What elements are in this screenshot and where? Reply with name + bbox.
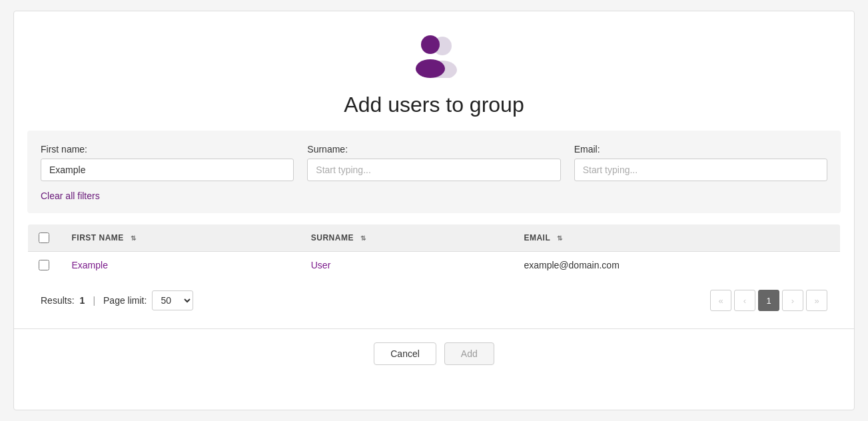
firstname-label: First name:: [41, 144, 294, 155]
surname-sort-icon: ⇅: [360, 234, 366, 242]
col-header-firstname[interactable]: FIRST NAME ⇅: [61, 224, 300, 252]
svg-point-3: [416, 59, 445, 78]
page-1-button[interactable]: 1: [758, 290, 779, 311]
surname-filter-field: Surname:: [307, 144, 560, 181]
surname-label: Surname:: [307, 144, 560, 155]
col-header-email[interactable]: EMAIL ⇅: [513, 224, 840, 252]
users-table: FIRST NAME ⇅ SURNAME ⇅ EMAIL ⇅: [27, 224, 841, 279]
firstname-input[interactable]: [41, 159, 294, 181]
results-count: 1: [80, 295, 85, 306]
email-input[interactable]: [574, 159, 827, 181]
col-header-surname[interactable]: SURNAME ⇅: [300, 224, 514, 252]
svg-point-2: [421, 35, 440, 54]
select-all-checkbox[interactable]: [39, 232, 49, 243]
cancel-button[interactable]: Cancel: [374, 342, 436, 365]
filter-section: First name: Surname: Email: Clear all fi…: [27, 131, 841, 213]
table-section: FIRST NAME ⇅ SURNAME ⇅ EMAIL ⇅: [27, 224, 841, 279]
results-info: Results: 1 | Page limit: 10 25 50 100: [41, 290, 193, 310]
surname-input[interactable]: [307, 159, 560, 181]
results-divider: |: [93, 295, 95, 306]
group-icon-container: [408, 31, 461, 85]
clear-filters-link[interactable]: Clear all filters: [41, 191, 100, 201]
pagination-controls: « ‹ 1 › »: [710, 290, 827, 311]
firstname-sort-icon: ⇅: [131, 234, 137, 242]
first-page-button[interactable]: «: [710, 290, 731, 311]
email-sort-icon: ⇅: [557, 234, 563, 242]
last-page-button[interactable]: »: [806, 290, 827, 311]
row-check-cell: [28, 252, 61, 279]
filter-row: First name: Surname: Email:: [41, 144, 827, 181]
modal-title: Add users to group: [344, 93, 524, 117]
prev-page-button[interactable]: ‹: [734, 290, 755, 311]
firstname-filter-field: First name:: [41, 144, 294, 181]
page-limit-select[interactable]: 10 25 50 100: [152, 290, 193, 310]
row-firstname-cell[interactable]: Example: [61, 252, 300, 279]
page-limit-label: Page limit:: [103, 295, 147, 306]
modal-header: Add users to group: [14, 11, 854, 131]
email-filter-field: Email:: [574, 144, 827, 181]
add-button[interactable]: Add: [444, 342, 494, 365]
modal-container: Add users to group First name: Surname: …: [13, 11, 855, 410]
row-email-cell: example@domain.com: [513, 252, 840, 279]
pagination-section: Results: 1 | Page limit: 10 25 50 100 « …: [27, 279, 841, 322]
group-users-icon: [408, 31, 461, 78]
table-body: Example User example@domain.com: [28, 252, 841, 279]
next-page-button[interactable]: ›: [782, 290, 803, 311]
row-surname-cell[interactable]: User: [300, 252, 514, 279]
modal-footer: Cancel Add: [14, 328, 854, 378]
table-row: Example User example@domain.com: [28, 252, 841, 279]
col-header-check: [28, 224, 61, 252]
row-checkbox[interactable]: [39, 260, 49, 270]
email-label: Email:: [574, 144, 827, 155]
table-header: FIRST NAME ⇅ SURNAME ⇅ EMAIL ⇅: [28, 224, 841, 252]
results-label: Results:: [41, 295, 75, 306]
